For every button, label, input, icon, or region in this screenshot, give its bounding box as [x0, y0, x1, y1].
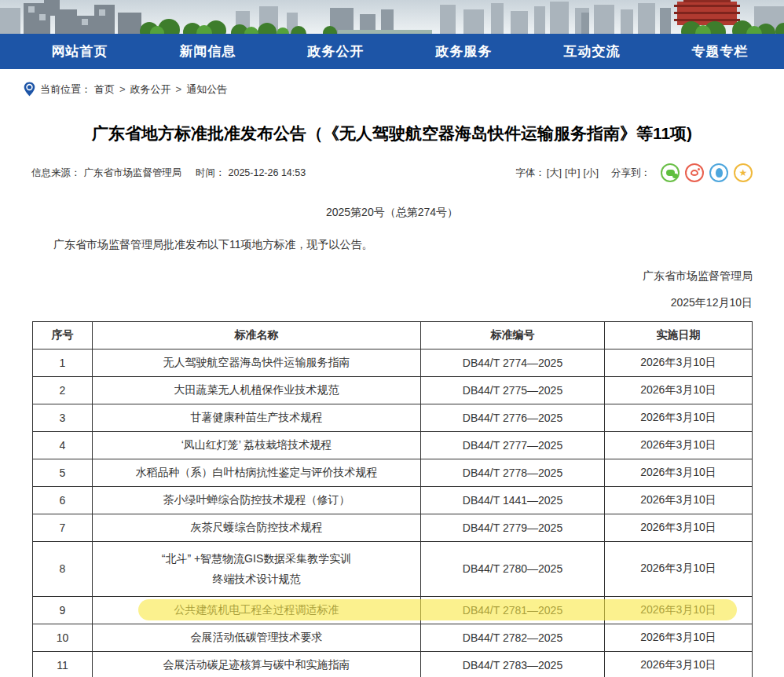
- table-row: 1无人驾驶航空器海岛快件运输服务指南DB44/T 2774—20252026年3…: [33, 349, 753, 376]
- share-favorite-star-icon[interactable]: ★: [734, 163, 753, 182]
- announcement-body: 广东省市场监督管理局批准发布以下11项地方标准，现予以公告。: [31, 236, 753, 253]
- table-row: 6茶小绿叶蝉综合防控技术规程（修订）DB44/T 1441—20252026年3…: [33, 486, 753, 514]
- nav-item-interaction[interactable]: 互动交流: [528, 42, 656, 60]
- table-row: 10会展活动低碳管理技术要求DB44/T 2782—20252026年3月10日: [33, 624, 753, 651]
- breadcrumb-home[interactable]: 首页: [94, 82, 115, 97]
- table-row: 5水稻品种（系）白叶枯病抗性鉴定与评价技术规程DB44/T 2778—20252…: [33, 459, 753, 486]
- source-label: 信息来源：: [31, 167, 81, 178]
- table-row: 4‘凤山红灯笼’ 荔枝栽培技术规程DB44/T 2777—20252026年3月…: [33, 431, 753, 459]
- header-date: 实施日期: [605, 321, 753, 349]
- page-title: 广东省地方标准批准发布公告（《无人驾驶航空器海岛快件运输服务指南》等11项): [39, 122, 745, 145]
- breadcrumb-separator: >: [119, 83, 126, 95]
- article: 广东省地方标准批准发布公告（《无人驾驶航空器海岛快件运输服务指南》等11项) 信…: [0, 122, 784, 677]
- table-row-highlighted: 9公共建筑机电工程全过程调适标准DB44/T 2781—20252026年3月1…: [33, 596, 753, 624]
- table-row: 11会展活动碳足迹核算与碳中和实施指南DB44/T 2783—20252026年…: [33, 651, 753, 677]
- banner-image: [0, 0, 784, 34]
- location-pin-icon: [24, 82, 35, 97]
- time-value: 2025-12-26 14:53: [228, 167, 306, 178]
- breadcrumb-label: 当前位置：: [40, 82, 91, 97]
- font-share-controls: 字体： [大] [中] [小] 分享到： ★: [515, 163, 753, 182]
- article-source-time: 信息来源：广东省市场监督管理局 时间：2025-12-26 14:53: [31, 167, 309, 180]
- font-size-label: 字体：: [515, 167, 545, 180]
- header-name: 标准名称: [93, 321, 421, 349]
- share-weibo-icon[interactable]: [685, 163, 704, 182]
- share-qq-icon[interactable]: [709, 163, 728, 182]
- city-skyline-photo: [0, 0, 784, 34]
- nav-item-news[interactable]: 新闻信息: [144, 42, 272, 60]
- standards-table: 序号 标准名称 标准编号 实施日期 1无人驾驶航空器海岛快件运输服务指南DB44…: [32, 321, 753, 677]
- signature-date: 2025年12月10日: [31, 296, 753, 310]
- top-navigation: 网站首页 新闻信息 政务公开 政务服务 互动交流 专题专栏: [0, 34, 784, 69]
- breadcrumb-gov-info[interactable]: 政务公开: [130, 82, 171, 97]
- nav-item-gov-service[interactable]: 政务服务: [400, 42, 528, 60]
- header-seq: 序号: [33, 321, 93, 349]
- standards-table-wrapper: 序号 标准名称 标准编号 实施日期 1无人驾驶航空器海岛快件运输服务指南DB44…: [32, 321, 752, 677]
- time-label: 时间：: [196, 167, 225, 178]
- font-size-large-button[interactable]: [大]: [547, 167, 562, 180]
- font-size-medium-button[interactable]: [中]: [565, 167, 580, 180]
- nav-item-home[interactable]: 网站首页: [16, 42, 144, 60]
- font-size-small-button[interactable]: [小]: [584, 167, 599, 180]
- breadcrumb: 当前位置： 首页 > 政务公开 > 通知公告: [0, 69, 784, 103]
- article-meta-row: 信息来源：广东省市场监督管理局 时间：2025-12-26 14:53 字体： …: [31, 163, 753, 182]
- breadcrumb-separator: >: [176, 83, 182, 95]
- table-row: 7灰茶尺蠖综合防控技术规程DB44/T 2779—20252026年3月10日: [33, 514, 753, 541]
- table-row: 2大田蔬菜无人机植保作业技术规范DB44/T 2775—20252026年3月1…: [33, 376, 753, 404]
- signature-agency: 广东省市场监督管理局: [31, 269, 753, 284]
- nav-item-topics[interactable]: 专题专栏: [656, 42, 784, 60]
- table-header-row: 序号 标准名称 标准编号 实施日期: [33, 321, 753, 349]
- nav-item-gov-info[interactable]: 政务公开: [272, 42, 400, 60]
- share-wechat-icon[interactable]: [661, 163, 680, 182]
- table-row: 3甘薯健康种苗生产技术规程DB44/T 2776—20252026年3月10日: [33, 404, 753, 431]
- document-number: 2025第20号（总第274号）: [31, 206, 753, 220]
- header-code: 标准编号: [421, 321, 605, 349]
- share-label: 分享到：: [611, 167, 650, 180]
- breadcrumb-notices[interactable]: 通知公告: [186, 82, 227, 97]
- table-row: 8“北斗” +智慧物流GIS数据采集教学实训 终端技术设计规范DB44/T 27…: [33, 541, 753, 596]
- source-value: 广东省市场监督管理局: [84, 167, 182, 178]
